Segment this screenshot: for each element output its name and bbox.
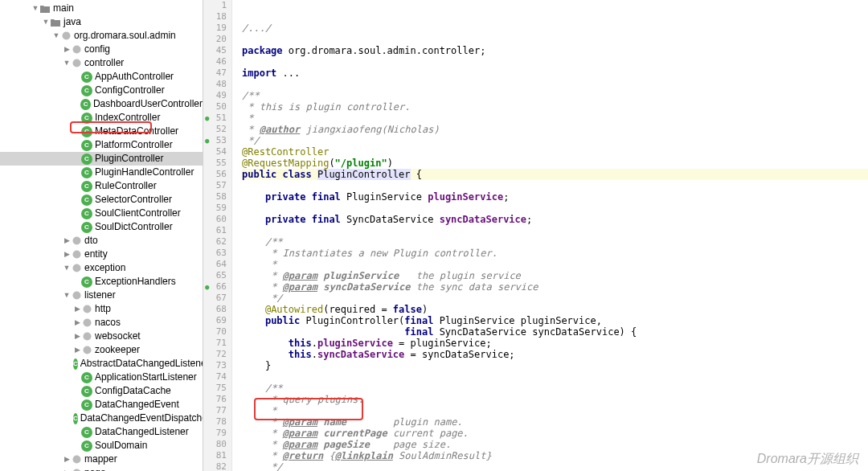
tree-node-soulclientcontroller[interactable]: SoulClientController — [0, 207, 203, 220]
tree-label: java — [63, 15, 81, 29]
tree-node-main[interactable]: ▼main — [0, 2, 203, 15]
code-line[interactable]: final SyncDataService syncDataService) { — [242, 326, 868, 338]
gutter-mark-icon[interactable]: ● — [205, 135, 209, 146]
code-line[interactable]: /** — [242, 236, 868, 248]
tree-node-configdatacache[interactable]: ConfigDataCache — [0, 384, 203, 398]
line-number: 49 — [203, 90, 227, 101]
tree-node-plugincontroller[interactable]: PluginController — [0, 152, 203, 166]
code-line[interactable]: public class PluginController { — [242, 169, 868, 180]
tree-node-exceptionhandlers[interactable]: ExceptionHandlers — [0, 275, 203, 289]
code-line[interactable] — [242, 56, 868, 68]
tree-node-abstractdatachangedlistener[interactable]: AbstractDataChangedListener — [0, 357, 203, 371]
tree-node-exception[interactable]: ▼exception — [0, 261, 203, 275]
tree-node-datachangedeventdispatcher[interactable]: DataChangedEventDispatcher — [0, 412, 203, 425]
tree-node-page[interactable]: ▶page — [0, 466, 203, 471]
tree-node-websocket[interactable]: ▶websocket — [0, 330, 203, 343]
code-line[interactable] — [242, 79, 868, 90]
class-icon — [81, 72, 92, 83]
tree-node-metadatacontroller[interactable]: MetaDataController — [0, 125, 203, 138]
expand-arrow-icon[interactable]: ▶ — [73, 316, 81, 330]
tree-node-appauthcontroller[interactable]: AppAuthController — [0, 70, 203, 84]
expand-arrow-icon[interactable]: ▼ — [42, 15, 50, 29]
tree-node-zookeeper[interactable]: ▶zookeeper — [0, 343, 203, 357]
tree-node-platformcontroller[interactable]: PlatformController — [0, 138, 203, 152]
code-line[interactable]: */ — [242, 461, 868, 471]
code-line[interactable]: * Instantiates a new Plugin controller. — [242, 248, 868, 259]
code-line[interactable]: @RequestMapping("/plugin") — [242, 158, 868, 169]
code-line[interactable]: } — [242, 360, 868, 371]
code-line[interactable]: /** — [242, 383, 868, 394]
gutter-mark-icon[interactable]: ● — [205, 281, 209, 293]
tree-node-applicationstartlistener[interactable]: ApplicationStartListener — [0, 371, 203, 384]
tree-node-pluginhandlecontroller[interactable]: PluginHandleController — [0, 166, 203, 179]
tree-node-mapper[interactable]: ▶mapper — [0, 453, 203, 466]
code-line[interactable]: private final SyncDataService syncDataSe… — [242, 214, 868, 225]
code-line[interactable]: /.../ — [242, 23, 868, 34]
code-line[interactable]: * — [242, 113, 868, 124]
tree-node-java[interactable]: ▼java — [0, 15, 203, 29]
code-line[interactable]: * query plugins. — [242, 394, 868, 405]
code-line[interactable]: * @param currentPage current page. — [242, 428, 868, 439]
tree-node-entity[interactable]: ▶entity — [0, 248, 203, 261]
tree-node-dashboardusercontroller[interactable]: DashboardUserController — [0, 97, 203, 111]
code-line[interactable]: * — [242, 259, 868, 270]
code-line[interactable]: public PluginController(final PluginServ… — [242, 315, 868, 326]
code-line[interactable]: */ — [242, 293, 868, 304]
code-line[interactable]: @RestController — [242, 146, 868, 158]
tree-node-souldictcontroller[interactable]: SoulDictController — [0, 220, 203, 234]
tree-node-datachangedlistener[interactable]: DataChangedListener — [0, 425, 203, 439]
expand-arrow-icon[interactable]: ▼ — [31, 2, 39, 15]
tree-node-rulecontroller[interactable]: RuleController — [0, 179, 203, 193]
code-line[interactable]: @Autowired(required = false) — [242, 304, 868, 315]
expand-arrow-icon[interactable]: ▼ — [63, 289, 71, 302]
project-tree[interactable]: ▼main▼java▼org.dromara.soul.admin▶config… — [0, 0, 203, 471]
code-line[interactable]: * @return {@linkplain SoulAdminResult} — [242, 450, 868, 461]
code-line[interactable] — [242, 34, 868, 45]
code-line[interactable]: /** — [242, 90, 868, 101]
svg-point-11 — [72, 456, 80, 464]
tree-node-souldomain[interactable]: SoulDomain — [0, 439, 203, 453]
code-line[interactable]: this.pluginService = pluginService; — [242, 338, 868, 349]
code-line[interactable]: this.syncDataService = syncDataService; — [242, 349, 868, 360]
code-line[interactable]: private final PluginService pluginServic… — [242, 191, 868, 203]
tree-node-http[interactable]: ▶http — [0, 302, 203, 316]
code-line[interactable]: * — [242, 405, 868, 416]
code-line[interactable] — [242, 180, 868, 191]
expand-arrow-icon[interactable]: ▶ — [63, 248, 71, 261]
expand-arrow-icon[interactable]: ▶ — [73, 302, 81, 316]
code-line[interactable]: * this is plugin controller. — [242, 101, 868, 113]
gutter-mark-icon[interactable]: ● — [205, 113, 209, 124]
tree-node-datachangedevent[interactable]: DataChangedEvent — [0, 398, 203, 412]
expand-arrow-icon[interactable]: ▶ — [63, 234, 71, 248]
expand-arrow-icon[interactable]: ▶ — [73, 343, 81, 357]
code-line[interactable]: import ... — [242, 68, 868, 79]
expand-arrow-icon[interactable]: ▶ — [63, 466, 71, 471]
tree-node-configcontroller[interactable]: ConfigController — [0, 84, 203, 97]
tree-node-nacos[interactable]: ▶nacos — [0, 316, 203, 330]
expand-arrow-icon[interactable]: ▼ — [63, 56, 71, 70]
code-line[interactable]: * @author jiangxiaofeng(Nicholas) — [242, 124, 868, 135]
tree-node-dto[interactable]: ▶dto — [0, 234, 203, 248]
tree-node-listener[interactable]: ▼listener — [0, 289, 203, 302]
code-line[interactable] — [242, 225, 868, 236]
tree-node-controller[interactable]: ▼controller — [0, 56, 203, 70]
expand-arrow-icon[interactable]: ▶ — [73, 330, 81, 343]
code-line[interactable]: * @param pluginService the plugin servic… — [242, 270, 868, 281]
code-line[interactable]: * @param syncDataService the sync data s… — [242, 281, 868, 293]
code-line[interactable] — [242, 203, 868, 214]
editor-area[interactable]: /.../ package org.dromara.soul.admin.con… — [240, 0, 868, 471]
code-line[interactable]: */ — [242, 135, 868, 146]
code-line[interactable]: package org.dromara.soul.admin.controlle… — [242, 45, 868, 56]
expand-arrow-icon[interactable]: ▼ — [63, 261, 71, 275]
code-line[interactable]: * @param pageSize page size. — [242, 439, 868, 450]
expand-arrow-icon[interactable]: ▶ — [63, 43, 71, 56]
tree-node-indexcontroller[interactable]: IndexController — [0, 111, 203, 125]
code-line[interactable]: * @param name plugin name. — [242, 416, 868, 428]
code-line[interactable] — [242, 371, 868, 383]
tree-node-config[interactable]: ▶config — [0, 43, 203, 56]
tree-node-selectorcontroller[interactable]: SelectorController — [0, 193, 203, 207]
tree-node-org-dromara-soul-admin[interactable]: ▼org.dromara.soul.admin — [0, 29, 203, 43]
expand-arrow-icon[interactable]: ▼ — [52, 29, 60, 43]
expand-arrow-icon[interactable]: ▶ — [63, 453, 71, 466]
tree-label: zookeeper — [95, 343, 140, 357]
